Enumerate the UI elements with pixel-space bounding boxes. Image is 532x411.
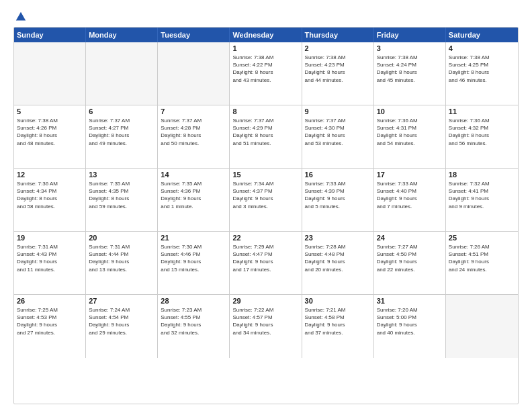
calendar-cell-day-19: 19Sunrise: 7:31 AM Sunset: 4:43 PM Dayli… [14,232,86,294]
day-info: Sunrise: 7:20 AM Sunset: 5:00 PM Dayligh… [377,306,443,336]
day-info: Sunrise: 7:37 AM Sunset: 4:28 PM Dayligh… [161,117,226,147]
day-number: 31 [377,297,443,305]
day-info: Sunrise: 7:38 AM Sunset: 4:25 PM Dayligh… [449,54,515,84]
calendar-cell-day-10: 10Sunrise: 7:36 AM Sunset: 4:31 PM Dayli… [374,105,446,168]
calendar-cell-day-31: 31Sunrise: 7:20 AM Sunset: 5:00 PM Dayli… [374,295,446,358]
day-number: 19 [17,234,83,242]
calendar-cell-day-25: 25Sunrise: 7:26 AM Sunset: 4:51 PM Dayli… [446,232,518,294]
calendar-cell-day-15: 15Sunrise: 7:34 AM Sunset: 4:37 PM Dayli… [230,169,302,231]
day-info: Sunrise: 7:24 AM Sunset: 4:54 PM Dayligh… [89,306,154,336]
calendar-cell-day-1: 1Sunrise: 7:38 AM Sunset: 4:22 PM Daylig… [230,42,302,105]
calendar-cell-day-4: 4Sunrise: 7:38 AM Sunset: 4:25 PM Daylig… [446,42,518,105]
day-number: 22 [232,234,298,242]
calendar-cell-day-5: 5Sunrise: 7:38 AM Sunset: 4:26 PM Daylig… [14,105,86,168]
day-number: 3 [377,44,443,52]
day-number: 12 [17,171,83,179]
day-number: 11 [449,107,515,116]
calendar-row-4: 26Sunrise: 7:25 AM Sunset: 4:53 PM Dayli… [14,295,518,358]
day-number: 15 [232,171,298,179]
day-info: Sunrise: 7:30 AM Sunset: 4:46 PM Dayligh… [161,243,226,273]
calendar-row-2: 12Sunrise: 7:36 AM Sunset: 4:34 PM Dayli… [14,169,518,232]
calendar-cell-day-26: 26Sunrise: 7:25 AM Sunset: 4:53 PM Dayli… [14,295,86,358]
day-info: Sunrise: 7:25 AM Sunset: 4:53 PM Dayligh… [17,306,83,336]
calendar: SundayMondayTuesdayWednesdayThursdayFrid… [13,27,519,404]
calendar-cell-empty [446,295,518,358]
header-day-tuesday: Tuesday [158,28,230,42]
day-number: 30 [305,297,371,305]
svg-marker-0 [16,12,26,21]
day-number: 26 [17,297,83,305]
logo-icon [15,11,27,23]
day-info: Sunrise: 7:36 AM Sunset: 4:31 PM Dayligh… [377,117,443,147]
calendar-cell-day-23: 23Sunrise: 7:28 AM Sunset: 4:48 PM Dayli… [302,232,374,294]
day-info: Sunrise: 7:37 AM Sunset: 4:29 PM Dayligh… [232,117,298,147]
day-info: Sunrise: 7:35 AM Sunset: 4:35 PM Dayligh… [89,180,154,210]
calendar-row-1: 5Sunrise: 7:38 AM Sunset: 4:26 PM Daylig… [14,105,518,169]
calendar-body: 1Sunrise: 7:38 AM Sunset: 4:22 PM Daylig… [14,42,518,358]
calendar-cell-empty [14,42,86,105]
day-number: 24 [377,234,443,242]
day-number: 28 [161,297,226,305]
day-number: 5 [17,107,83,116]
calendar-row-3: 19Sunrise: 7:31 AM Sunset: 4:43 PM Dayli… [14,232,518,295]
calendar-page: SundayMondayTuesdayWednesdayThursdayFrid… [0,0,532,411]
day-info: Sunrise: 7:37 AM Sunset: 4:30 PM Dayligh… [305,117,371,147]
calendar-cell-day-2: 2Sunrise: 7:38 AM Sunset: 4:23 PM Daylig… [302,42,374,105]
header-day-sunday: Sunday [14,28,86,42]
calendar-cell-day-14: 14Sunrise: 7:35 AM Sunset: 4:36 PM Dayli… [158,169,230,231]
day-number: 4 [449,44,515,52]
calendar-cell-day-20: 20Sunrise: 7:31 AM Sunset: 4:44 PM Dayli… [86,232,158,294]
day-info: Sunrise: 7:33 AM Sunset: 4:40 PM Dayligh… [377,180,443,210]
header-day-monday: Monday [86,28,158,42]
day-info: Sunrise: 7:31 AM Sunset: 4:44 PM Dayligh… [89,243,154,273]
day-number: 25 [449,234,515,242]
calendar-cell-empty [86,42,158,105]
calendar-cell-day-11: 11Sunrise: 7:36 AM Sunset: 4:32 PM Dayli… [446,105,518,168]
header-day-saturday: Saturday [446,28,518,42]
day-info: Sunrise: 7:21 AM Sunset: 4:58 PM Dayligh… [305,306,371,336]
day-info: Sunrise: 7:33 AM Sunset: 4:39 PM Dayligh… [305,180,371,210]
day-info: Sunrise: 7:22 AM Sunset: 4:57 PM Dayligh… [232,306,298,336]
day-number: 14 [161,171,226,179]
day-info: Sunrise: 7:37 AM Sunset: 4:27 PM Dayligh… [89,117,154,147]
calendar-cell-day-29: 29Sunrise: 7:22 AM Sunset: 4:57 PM Dayli… [230,295,302,358]
day-number: 20 [89,234,154,242]
day-number: 27 [89,297,154,305]
day-number: 29 [232,297,298,305]
day-number: 10 [377,107,443,116]
day-info: Sunrise: 7:28 AM Sunset: 4:48 PM Dayligh… [305,243,371,273]
day-info: Sunrise: 7:38 AM Sunset: 4:22 PM Dayligh… [232,54,298,84]
day-info: Sunrise: 7:29 AM Sunset: 4:47 PM Dayligh… [232,243,298,273]
calendar-cell-day-16: 16Sunrise: 7:33 AM Sunset: 4:39 PM Dayli… [302,169,374,231]
calendar-cell-day-22: 22Sunrise: 7:29 AM Sunset: 4:47 PM Dayli… [230,232,302,294]
day-number: 7 [161,107,226,116]
calendar-cell-day-9: 9Sunrise: 7:37 AM Sunset: 4:30 PM Daylig… [302,105,374,168]
day-info: Sunrise: 7:35 AM Sunset: 4:36 PM Dayligh… [161,180,226,210]
calendar-cell-day-27: 27Sunrise: 7:24 AM Sunset: 4:54 PM Dayli… [86,295,158,358]
calendar-cell-day-28: 28Sunrise: 7:23 AM Sunset: 4:55 PM Dayli… [158,295,230,358]
calendar-cell-day-21: 21Sunrise: 7:30 AM Sunset: 4:46 PM Dayli… [158,232,230,294]
day-number: 21 [161,234,226,242]
calendar-cell-day-17: 17Sunrise: 7:33 AM Sunset: 4:40 PM Dayli… [374,169,446,231]
day-number: 16 [305,171,371,179]
logo [13,11,27,20]
day-info: Sunrise: 7:32 AM Sunset: 4:41 PM Dayligh… [449,180,515,210]
day-info: Sunrise: 7:34 AM Sunset: 4:37 PM Dayligh… [232,180,298,210]
day-number: 2 [305,44,371,52]
day-number: 17 [377,171,443,179]
day-info: Sunrise: 7:31 AM Sunset: 4:43 PM Dayligh… [17,243,83,273]
calendar-cell-empty [158,42,230,105]
day-number: 23 [305,234,371,242]
day-info: Sunrise: 7:36 AM Sunset: 4:34 PM Dayligh… [17,180,83,210]
calendar-cell-day-18: 18Sunrise: 7:32 AM Sunset: 4:41 PM Dayli… [446,169,518,231]
calendar-cell-day-13: 13Sunrise: 7:35 AM Sunset: 4:35 PM Dayli… [86,169,158,231]
calendar-header: SundayMondayTuesdayWednesdayThursdayFrid… [14,28,518,42]
calendar-cell-day-3: 3Sunrise: 7:38 AM Sunset: 4:24 PM Daylig… [374,42,446,105]
day-info: Sunrise: 7:38 AM Sunset: 4:26 PM Dayligh… [17,117,83,147]
calendar-cell-day-12: 12Sunrise: 7:36 AM Sunset: 4:34 PM Dayli… [14,169,86,231]
day-info: Sunrise: 7:26 AM Sunset: 4:51 PM Dayligh… [449,243,515,273]
header-day-wednesday: Wednesday [230,28,302,42]
calendar-cell-day-8: 8Sunrise: 7:37 AM Sunset: 4:29 PM Daylig… [230,105,302,168]
header-day-friday: Friday [374,28,446,42]
day-info: Sunrise: 7:36 AM Sunset: 4:32 PM Dayligh… [449,117,515,147]
